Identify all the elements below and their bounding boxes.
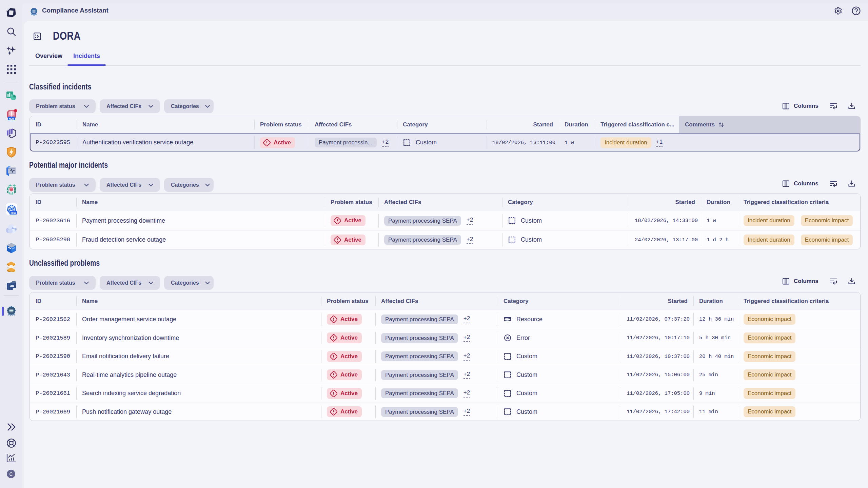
svg-text:NEW: NEW	[9, 118, 14, 120]
svg-text:NEW: NEW	[11, 212, 16, 214]
